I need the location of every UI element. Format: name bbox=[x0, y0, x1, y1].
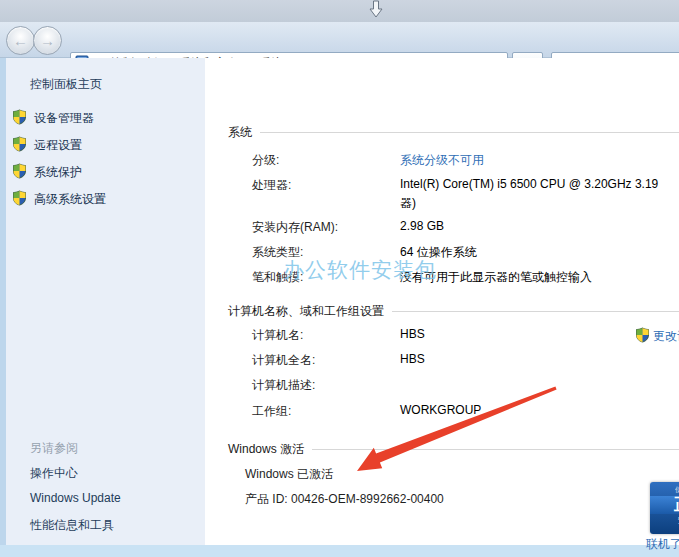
processor-label: 处理器: bbox=[252, 177, 291, 194]
sidebar-item-system-protection[interactable]: 系统保护 bbox=[12, 163, 82, 182]
sidebar-item-label: 系统保护 bbox=[34, 164, 82, 181]
installed-ram-label: 安装内存(RAM): bbox=[252, 219, 338, 236]
genuine-windows-badge[interactable]: 使用 正 安 bbox=[650, 482, 679, 534]
uac-shield-icon bbox=[12, 136, 27, 155]
uac-shield-icon bbox=[635, 327, 650, 346]
workgroup-value: WORKGROUP bbox=[400, 403, 481, 417]
computer-description-label: 计算机描述: bbox=[252, 377, 315, 394]
section-header-windows-activation: Windows 激活 bbox=[228, 441, 679, 458]
sidebar-item-device-manager[interactable]: 设备管理器 bbox=[12, 109, 94, 128]
full-computer-name-label: 计算机全名: bbox=[252, 352, 315, 369]
pen-touch-label: 笔和触摸: bbox=[252, 269, 303, 286]
sidebar-item-label: 远程设置 bbox=[34, 137, 82, 154]
navigation-bar: ← → ▾ ▶ 控制面板 ▶ 系统和安全 ▶ 系统 ▼ ↻ bbox=[0, 22, 679, 58]
sidebar-item-remote-settings[interactable]: 远程设置 bbox=[12, 136, 82, 155]
sidebar-item-control-panel-home[interactable]: 控制面板主页 bbox=[30, 76, 102, 93]
uac-shield-icon bbox=[12, 190, 27, 209]
rating-label: 分级: bbox=[252, 152, 279, 169]
rating-unavailable-link[interactable]: 系统分级不可用 bbox=[400, 152, 484, 169]
processor-value: Intel(R) Core(TM) i5 6500 CPU @ 3.20GHz … bbox=[400, 177, 658, 191]
product-id: 产品 ID: 00426-OEM-8992662-00400 bbox=[245, 491, 444, 508]
sidebar: 控制面板主页 设备管理器 远程设置 bbox=[6, 58, 205, 545]
window-bottom-border bbox=[0, 545, 679, 557]
sidebar-item-performance-tools[interactable]: 性能信息和工具 bbox=[30, 517, 114, 534]
see-also-header: 另请参阅 bbox=[30, 440, 78, 457]
mouse-cursor-down-arrow-icon bbox=[368, 0, 384, 21]
section-header-system: 系统 bbox=[228, 124, 679, 141]
change-settings-label: 更改设置 bbox=[653, 328, 679, 345]
main-content: 系统 分级: 系统分级不可用 处理器: Intel(R) Core(TM) i5… bbox=[205, 58, 679, 545]
activation-status: Windows 已激活 bbox=[245, 466, 333, 483]
uac-shield-icon bbox=[12, 109, 27, 128]
change-settings-link[interactable]: 更改设置 bbox=[635, 327, 679, 346]
system-type-label: 系统类型: bbox=[252, 244, 303, 261]
back-button[interactable]: ← bbox=[6, 26, 35, 55]
title-bar bbox=[0, 0, 679, 22]
sidebar-item-label: 高级系统设置 bbox=[34, 191, 106, 208]
installed-ram-value: 2.98 GB bbox=[400, 219, 444, 233]
genuine-badge-top-text: 使用 bbox=[650, 482, 679, 495]
full-computer-name-value: HBS bbox=[400, 352, 425, 366]
sidebar-item-label: 设备管理器 bbox=[34, 110, 94, 127]
forward-button[interactable]: → bbox=[33, 26, 62, 55]
sidebar-item-windows-update[interactable]: Windows Update bbox=[30, 491, 121, 505]
learn-more-online-link[interactable]: 联机了解详细信息 bbox=[646, 536, 679, 553]
computer-name-value: HBS bbox=[400, 327, 425, 341]
genuine-badge-small-text: 安 bbox=[650, 515, 679, 526]
sidebar-item-advanced-system-settings[interactable]: 高级系统设置 bbox=[12, 190, 106, 209]
pen-touch-value: 没有可用于此显示器的笔或触控输入 bbox=[400, 269, 592, 286]
processor-value-line2: 器) bbox=[400, 195, 416, 212]
system-type-value: 64 位操作系统 bbox=[400, 244, 477, 261]
sidebar-item-action-center[interactable]: 操作中心 bbox=[30, 465, 78, 482]
genuine-badge-big-text: 正 bbox=[650, 496, 679, 514]
section-header-computer-name: 计算机名称、域和工作组设置 bbox=[228, 303, 679, 320]
computer-name-label: 计算机名: bbox=[252, 327, 303, 344]
workgroup-label: 工作组: bbox=[252, 403, 291, 420]
uac-shield-icon bbox=[12, 163, 27, 182]
